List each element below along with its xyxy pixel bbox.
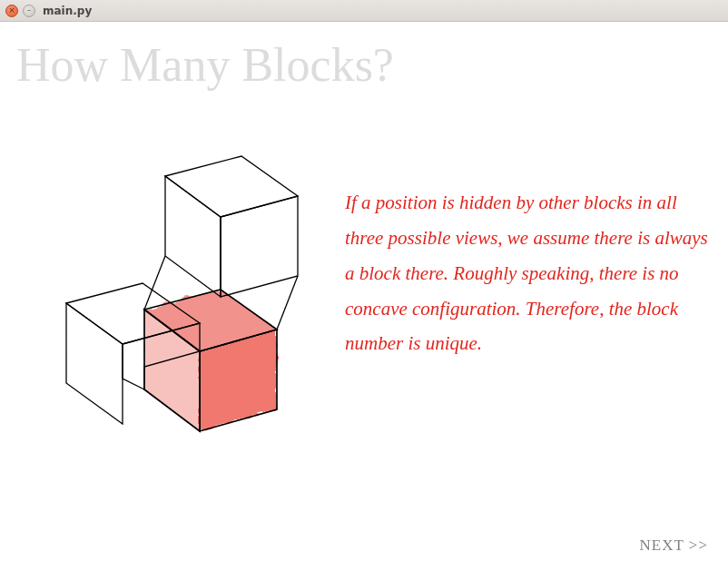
window-titlebar: × – main.py <box>0 0 728 22</box>
svg-line-13 <box>144 256 165 310</box>
svg-marker-3 <box>165 156 298 217</box>
close-icon[interactable]: × <box>5 5 18 17</box>
content-area: How Many Blocks? <box>0 22 728 571</box>
svg-line-14 <box>277 276 298 330</box>
minimize-icon[interactable]: – <box>23 5 35 17</box>
svg-marker-7 <box>66 303 123 424</box>
window-controls: × – <box>5 5 35 17</box>
page-title: How Many Blocks? <box>16 38 394 92</box>
next-button[interactable]: NEXT >> <box>640 537 708 555</box>
svg-marker-4 <box>221 196 298 297</box>
svg-marker-5 <box>165 176 221 297</box>
explanation-text: If a position is hidden by other blocks … <box>345 185 708 361</box>
window-title: main.py <box>43 5 92 17</box>
blocks-illustration <box>23 144 331 435</box>
